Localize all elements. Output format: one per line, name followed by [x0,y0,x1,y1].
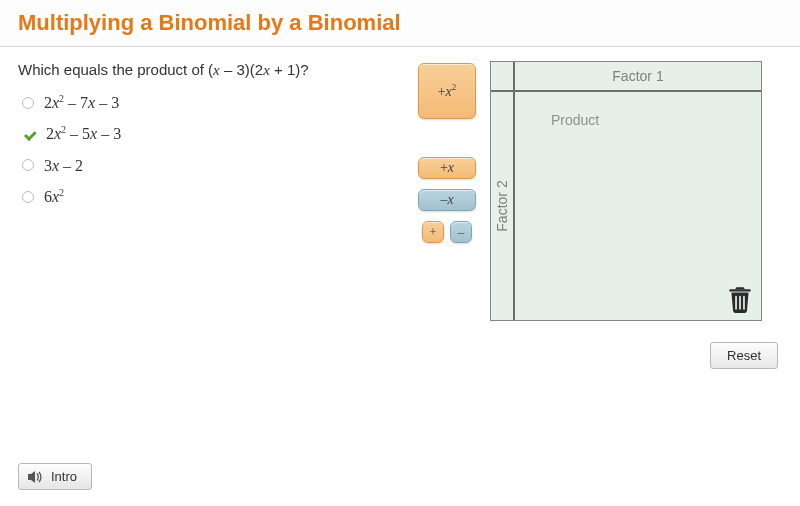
reset-row: Reset [710,342,778,369]
option-b[interactable]: 2x2 – 5x – 3 [22,124,418,143]
tile-board[interactable]: Factor 1 Factor 2 Product [490,61,762,321]
option-a-text: 2x2 – 7x – 3 [44,93,119,112]
tile-plus-x[interactable]: +x [418,157,476,179]
svg-rect-2 [743,296,745,310]
tile-palette: +x2 +x –x + – [418,63,476,321]
q-x2: x [263,62,270,78]
option-list: 2x2 – 7x – 3 2x2 – 5x – 3 3x – 2 6x2 [18,93,418,206]
intro-button[interactable]: Intro [18,463,92,490]
option-d[interactable]: 6x2 [22,187,418,206]
option-c-text: 3x – 2 [44,156,83,175]
radio-icon [22,97,34,109]
svg-rect-0 [735,296,737,310]
option-b-text: 2x2 – 5x – 3 [46,124,121,143]
factor1-label: Factor 1 [515,62,761,92]
workspace: +x2 +x –x + – Factor 1 Factor 2 Product [418,61,782,321]
tile-x-squared[interactable]: +x2 [418,63,476,119]
q-mid: – 3)(2 [220,61,263,78]
tile-minus-x[interactable]: –x [418,189,476,211]
option-a[interactable]: 2x2 – 7x – 3 [22,93,418,112]
intro-label: Intro [51,469,77,484]
speaker-icon [27,470,43,484]
factor2-label: Factor 2 [491,92,515,320]
tile-minus-one[interactable]: – [450,221,472,243]
radio-icon [22,159,34,171]
check-icon [22,127,36,141]
trash-icon[interactable] [727,284,753,314]
question-text: Which equals the product of (x – 3)(2x +… [18,61,418,79]
radio-icon [22,191,34,203]
page-title: Multiplying a Binomial by a Binomial [18,10,782,36]
product-label: Product [551,112,599,128]
q-x1: x [213,62,220,78]
option-d-text: 6x2 [44,187,64,206]
option-c[interactable]: 3x – 2 [22,156,418,175]
header: Multiplying a Binomial by a Binomial [0,0,800,47]
q-before: Which equals the product of ( [18,61,213,78]
intro-row: Intro [18,463,92,490]
unit-tile-row: + – [422,221,472,243]
content: Which equals the product of (x – 3)(2x +… [0,47,800,335]
tile-plus-one[interactable]: + [422,221,444,243]
svg-rect-1 [739,296,741,310]
q-after: + 1)? [270,61,309,78]
question-panel: Which equals the product of (x – 3)(2x +… [18,61,418,321]
reset-button[interactable]: Reset [710,342,778,369]
board-corner [491,62,515,92]
